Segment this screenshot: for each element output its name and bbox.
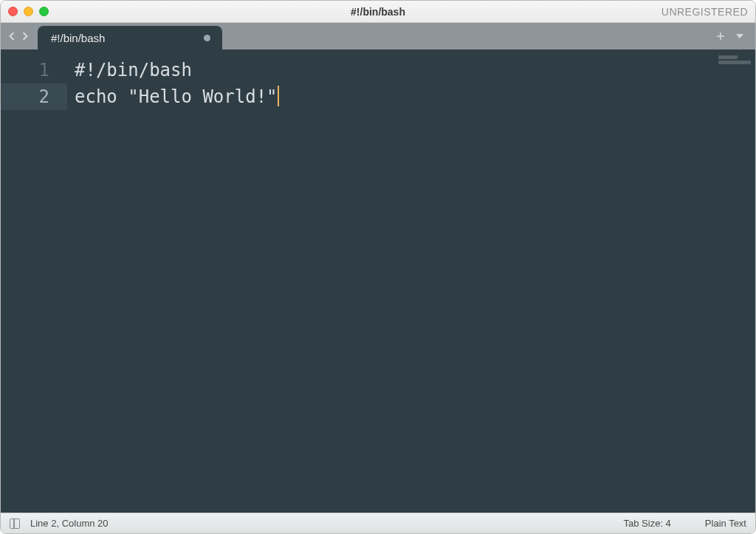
status-right-group: Tab Size: 4 Plain Text bbox=[624, 518, 746, 529]
tab-label: #!/bin/bash bbox=[51, 32, 105, 44]
line-number: 1 bbox=[1, 57, 67, 83]
cursor-position[interactable]: Line 2, Column 20 bbox=[30, 518, 109, 529]
tabbar-actions bbox=[715, 31, 745, 41]
status-bar: Line 2, Column 20 Tab Size: 4 Plain Text bbox=[1, 513, 755, 533]
minimap[interactable] bbox=[718, 55, 751, 67]
editor-window: #!/bin/bash UNREGISTERED #!/bin/bash bbox=[0, 0, 756, 534]
text-cursor bbox=[278, 86, 279, 106]
line-number: 2 bbox=[1, 83, 67, 110]
tab-size-indicator[interactable]: Tab Size: 4 bbox=[624, 518, 671, 529]
code-line[interactable]: #!/bin/bash bbox=[75, 57, 755, 83]
tab-bar: #!/bin/bash bbox=[1, 23, 755, 49]
code-text: echo "Hello World!" bbox=[75, 86, 278, 107]
nav-back-icon[interactable] bbox=[5, 30, 18, 43]
code-line[interactable]: echo "Hello World!" bbox=[75, 83, 755, 110]
code-content[interactable]: #!/bin/bash echo "Hello World!" bbox=[67, 49, 755, 513]
tab-history-nav bbox=[5, 23, 32, 49]
unsaved-indicator-icon bbox=[204, 35, 210, 41]
line-number-gutter: 1 2 bbox=[1, 49, 67, 513]
maximize-window-button[interactable] bbox=[39, 7, 49, 16]
nav-forward-icon[interactable] bbox=[18, 30, 32, 43]
syntax-indicator[interactable]: Plain Text bbox=[705, 518, 746, 529]
file-tab[interactable]: #!/bin/bash bbox=[38, 26, 222, 49]
minimap-line bbox=[718, 61, 751, 64]
titlebar: #!/bin/bash UNREGISTERED bbox=[1, 1, 755, 23]
editor-area[interactable]: 1 2 #!/bin/bash echo "Hello World!" bbox=[1, 49, 755, 513]
minimap-line bbox=[718, 55, 738, 59]
tab-dropdown-icon[interactable] bbox=[735, 32, 745, 40]
panel-toggle-icon[interactable] bbox=[10, 518, 20, 529]
new-tab-icon[interactable] bbox=[715, 31, 726, 41]
window-controls bbox=[8, 7, 49, 16]
window-title: #!/bin/bash bbox=[351, 6, 405, 18]
close-window-button[interactable] bbox=[8, 7, 18, 16]
unregistered-label: UNREGISTERED bbox=[662, 6, 748, 18]
minimize-window-button[interactable] bbox=[24, 7, 33, 16]
